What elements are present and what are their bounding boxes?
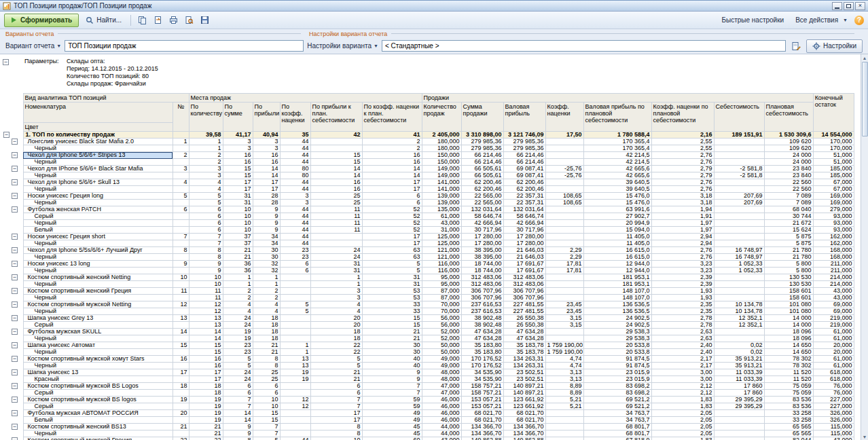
value-cell[interactable]: 69 087,41 <box>503 172 545 179</box>
product-row[interactable]: −Костюм спортивный женский Греция1111223… <box>3 288 854 295</box>
value-cell[interactable]: 11 405,0 <box>583 234 651 240</box>
value-cell[interactable]: 14 <box>362 172 422 179</box>
value-cell[interactable] <box>714 430 764 437</box>
value-cell[interactable]: 44,000 <box>422 424 461 430</box>
value-cell[interactable]: 2,63 <box>651 329 714 335</box>
generate-button[interactable]: Сформировать <box>4 14 79 27</box>
value-cell[interactable]: 22 560 <box>764 179 813 186</box>
value-cell[interactable]: 5 <box>362 261 422 268</box>
value-cell[interactable]: 2,79 <box>651 172 714 179</box>
find-button[interactable]: Найти... <box>81 14 126 27</box>
close-button[interactable]: × <box>855 2 865 10</box>
tree-collapse-toggle[interactable]: − <box>3 342 23 349</box>
value-cell[interactable]: 108,65 <box>545 200 583 206</box>
product-row[interactable]: −Шапка унисекс 13171724251921948,00034 5… <box>3 369 854 376</box>
value-cell[interactable]: 158 601 <box>764 295 813 301</box>
value-cell[interactable]: 69,000 <box>813 301 854 308</box>
value-cell[interactable]: 17 <box>362 234 422 240</box>
color-row[interactable]: Черный31514801414149,00066 505,6169 087,… <box>3 172 854 179</box>
value-cell[interactable]: 68 801,7 <box>583 430 651 437</box>
value-cell[interactable]: 17 691,67 <box>503 261 545 268</box>
value-cell[interactable]: 61,000 <box>813 329 854 335</box>
color-row[interactable]: Черный112235387,000306 707,96306 707,961… <box>3 295 854 301</box>
product-name-cell[interactable]: Чехол для IPhone 5/6/6+ Black Star Mafia <box>23 166 173 172</box>
value-cell[interactable] <box>545 430 583 437</box>
value-cell[interactable]: 44 <box>280 220 310 227</box>
value-cell[interactable]: 3 <box>189 172 223 179</box>
value-cell[interactable] <box>714 220 764 227</box>
value-cell[interactable]: 31 <box>223 193 253 200</box>
value-cell[interactable]: 31 <box>310 261 362 268</box>
value-cell[interactable]: 7 <box>253 430 280 437</box>
value-cell[interactable]: 115,000 <box>813 424 854 430</box>
product-name-cell[interactable]: Носки унисекс 13 long <box>23 261 173 268</box>
value-cell[interactable]: 8 <box>253 363 280 369</box>
color-row[interactable]: Черный101113195,000312 483,06312 483,061… <box>3 281 854 288</box>
value-cell[interactable]: 46,000 <box>422 417 461 424</box>
tree-collapse-toggle[interactable]: − <box>3 369 23 376</box>
value-cell[interactable]: 9 <box>253 213 280 220</box>
value-cell[interactable] <box>280 329 310 335</box>
value-cell[interactable]: 312 483,06 <box>503 274 545 281</box>
value-cell[interactable]: 4 <box>310 308 362 315</box>
value-cell[interactable]: -2 581,8 <box>714 166 764 172</box>
value-cell[interactable] <box>280 430 310 437</box>
value-cell[interactable]: 18 096 <box>764 329 813 335</box>
value-cell[interactable]: 91 874,5 <box>583 356 651 363</box>
tree-collapse-toggle[interactable]: − <box>3 274 23 281</box>
value-cell[interactable]: 170 176,52 <box>461 356 503 363</box>
value-cell[interactable]: 25 <box>253 376 280 383</box>
value-cell[interactable]: 5 <box>223 356 253 363</box>
value-cell[interactable]: 21 646,03 <box>503 247 545 254</box>
value-cell[interactable]: 2 <box>362 145 422 152</box>
value-cell[interactable]: 3,00 <box>651 376 714 383</box>
value-cell[interactable]: 18 <box>253 335 280 342</box>
value-cell[interactable]: 9 <box>253 227 280 234</box>
product-name-cell[interactable]: Чехол для Iphone 5/5s/6/6+ Лучший Друг <box>23 247 173 254</box>
color-row[interactable]: Черный1523211223050,00035 183,8035 183,7… <box>3 349 854 356</box>
value-cell[interactable]: 28 <box>253 193 280 200</box>
value-cell[interactable]: 219,000 <box>813 322 854 329</box>
value-cell[interactable] <box>310 139 362 145</box>
value-cell[interactable]: 24 <box>310 254 362 261</box>
color-row[interactable]: Черный133442180,000279 985,36279 985,361… <box>3 145 854 152</box>
color-row[interactable]: Черный82130232463121,00038 395,0021 646,… <box>3 254 854 261</box>
value-cell[interactable]: 1 <box>189 145 223 152</box>
value-cell[interactable]: 1 <box>310 274 362 281</box>
rank-cell[interactable]: 22 <box>173 437 189 440</box>
value-cell[interactable]: 9 <box>189 261 223 268</box>
rank-cell[interactable]: 8 <box>173 247 189 254</box>
value-cell[interactable]: 108,65 <box>545 193 583 200</box>
value-cell[interactable]: 1 052,33 <box>714 268 764 274</box>
value-cell[interactable]: 121,000 <box>422 247 461 254</box>
value-cell[interactable]: 3 <box>223 139 253 145</box>
rank-cell[interactable]: 14 <box>173 329 189 335</box>
value-cell[interactable]: 11 520 <box>764 376 813 383</box>
value-cell[interactable]: 47 634,28 <box>461 329 503 335</box>
product-name-cell[interactable]: Костюм спортивный мужской BS logos <box>23 397 173 403</box>
value-cell[interactable]: 10 <box>253 403 280 410</box>
tree-collapse-toggle[interactable]: − <box>3 132 23 139</box>
value-cell[interactable]: 180,000 <box>422 139 461 145</box>
color-row[interactable]: Белый191415174946,00068 021,7068 021,703… <box>3 417 854 424</box>
color-name-cell[interactable]: Красный <box>23 376 173 383</box>
value-cell[interactable]: 21 646,03 <box>503 254 545 261</box>
value-cell[interactable]: 3,13 <box>545 376 583 383</box>
value-cell[interactable]: 6 <box>310 383 362 390</box>
value-cell[interactable]: 2,76 <box>651 254 714 261</box>
rank-cell[interactable]: 12 <box>173 301 189 308</box>
value-cell[interactable]: 1 <box>189 139 223 145</box>
value-cell[interactable] <box>545 220 583 227</box>
value-cell[interactable]: 36 <box>223 261 253 268</box>
value-cell[interactable]: 16 <box>310 186 362 193</box>
rank-cell[interactable]: 11 <box>173 288 189 295</box>
value-cell[interactable]: 70,000 <box>422 301 461 308</box>
value-cell[interactable]: 3,23 <box>651 268 714 274</box>
value-cell[interactable]: 23 <box>280 254 310 261</box>
report-variant-dropdown[interactable]: Вариант отчета ▼ <box>5 42 61 50</box>
rank-cell[interactable]: 2 <box>173 152 189 159</box>
color-name-cell[interactable]: Черный <box>23 308 173 315</box>
tree-collapse-toggle[interactable]: − <box>3 397 23 403</box>
rank-cell[interactable] <box>173 403 189 410</box>
rank-cell[interactable]: 1 <box>173 139 189 145</box>
